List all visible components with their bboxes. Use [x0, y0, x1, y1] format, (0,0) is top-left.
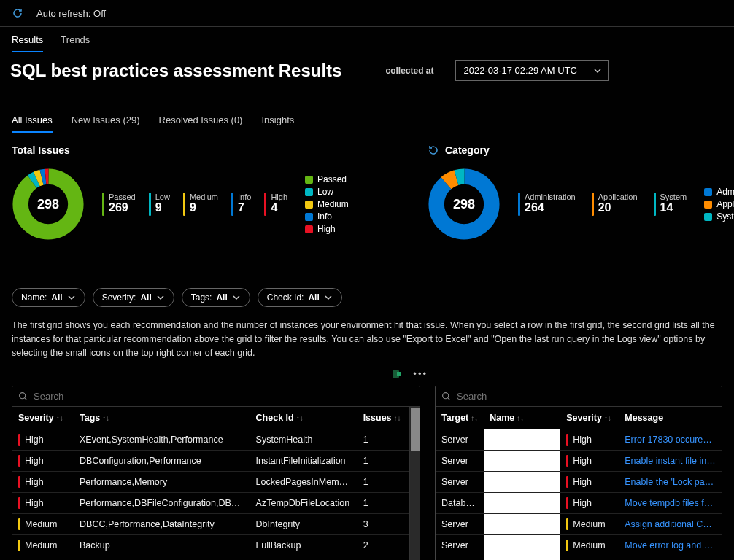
- chevron-down-icon: [156, 293, 165, 302]
- col-issues[interactable]: Issues: [363, 413, 392, 423]
- table-row[interactable]: High DBConfiguration,Performance Instant…: [12, 451, 409, 472]
- search-icon: [18, 392, 28, 401]
- severity-donut-total: 298: [12, 168, 85, 241]
- table-row[interactable]: Medium DBCC,Performance,DataIntegrity Db…: [12, 514, 409, 535]
- table-row[interactable]: Medium Configuration,DBFileConfiguration…: [12, 556, 409, 560]
- subtab-insights[interactable]: Insights: [261, 114, 294, 133]
- tab-trends[interactable]: Trends: [61, 34, 90, 52]
- chevron-down-icon: [324, 293, 333, 302]
- subtab-resolved-issues[interactable]: Resolved Issues (0): [159, 114, 243, 133]
- legend-medium: Medium: [305, 199, 349, 209]
- category-donut-chart: 298: [428, 168, 501, 241]
- table-row[interactable]: Server High Enable the 'Lock pages in: [436, 472, 722, 493]
- table-row[interactable]: Server High Error 17830 occured 1 tim: [436, 429, 722, 451]
- svg-rect-9: [397, 372, 401, 376]
- collected-at-value: 2022-03-17 02:29 AM UTC: [463, 65, 576, 76]
- col-name[interactable]: Name: [490, 413, 514, 423]
- col-checkid[interactable]: Check Id: [256, 413, 294, 423]
- help-text: The first grid shows you each recommenda…: [0, 307, 734, 365]
- legend-applic: Applic: [704, 199, 734, 209]
- recommendations-grid: Severity↑↓ Tags↑↓ Check Id↑↓ Issues↑↓ Hi…: [12, 386, 420, 560]
- metric-info: Info7: [231, 192, 251, 216]
- table-row[interactable]: High Performance,Memory LockedPagesInMem…: [12, 472, 409, 493]
- legend-high: High: [305, 224, 349, 234]
- chevron-down-icon: [593, 66, 602, 75]
- grid2-search-input[interactable]: [457, 391, 716, 402]
- table-row[interactable]: Server Medium Move error log and defa: [436, 535, 722, 556]
- grid1-search-input[interactable]: [34, 391, 414, 402]
- col-severity2[interactable]: Severity: [566, 413, 602, 423]
- filter-severity[interactable]: Severity: All: [93, 288, 174, 307]
- legend-passed: Passed: [305, 174, 349, 184]
- legend-system: System: [704, 211, 734, 222]
- legend-low: Low: [305, 187, 349, 197]
- instances-grid: Target↑↓ Name↑↓ Severity↑↓ Message Serve…: [435, 386, 722, 560]
- total-issues-heading: Total Issues: [12, 144, 413, 156]
- metric-administration: Administration264: [518, 192, 576, 216]
- table-row[interactable]: High Performance,DBFileConfiguration,DBC…: [12, 493, 409, 514]
- subtab-new-issues[interactable]: New Issues (29): [72, 114, 140, 133]
- table-row[interactable]: Server High Enable instant file initiali…: [436, 451, 722, 472]
- table-row[interactable]: Medium Backup FullBackup 2: [12, 535, 409, 556]
- search-icon: [441, 392, 451, 401]
- filter-checkid[interactable]: Check Id: All: [258, 288, 342, 307]
- col-tags[interactable]: Tags: [80, 413, 100, 423]
- legend-info: Info: [305, 211, 349, 222]
- collected-at-label: collected at: [385, 66, 433, 76]
- page-title: SQL best practices assessment Results: [10, 61, 341, 81]
- chevron-down-icon: [232, 293, 241, 302]
- refresh-icon[interactable]: [12, 7, 23, 19]
- chevron-down-icon: [67, 293, 76, 302]
- col-message[interactable]: Message: [625, 413, 663, 423]
- metric-passed: Passed269: [102, 192, 136, 216]
- category-heading: Category: [445, 144, 490, 156]
- undo-icon[interactable]: [428, 144, 439, 156]
- metric-high: High4: [264, 192, 287, 216]
- metric-low: Low9: [149, 192, 170, 216]
- tab-results[interactable]: Results: [12, 34, 43, 52]
- table-row[interactable]: Database High Move tempdb files from: [436, 493, 722, 514]
- col-target[interactable]: Target: [441, 413, 468, 423]
- metric-application: Application20: [592, 192, 638, 216]
- category-donut-total: 298: [428, 168, 501, 241]
- legend-admin: Admin: [704, 187, 734, 197]
- filter-name[interactable]: Name: All: [12, 288, 85, 307]
- metric-system: System14: [654, 192, 687, 216]
- more-icon[interactable]: •••: [413, 368, 428, 380]
- svg-point-10: [20, 393, 26, 399]
- severity-donut-chart: 298: [12, 168, 85, 241]
- col-severity[interactable]: Severity: [18, 413, 54, 423]
- subtab-all-issues[interactable]: All Issues: [12, 114, 53, 133]
- collected-at-dropdown[interactable]: 2022-03-17 02:29 AM UTC: [455, 60, 609, 81]
- grid1-scrollbar[interactable]: [409, 407, 420, 560]
- auto-refresh-toggle[interactable]: Auto refresh: Off: [36, 8, 106, 19]
- filter-tags[interactable]: Tags: All: [182, 288, 250, 307]
- export-excel-icon[interactable]: [391, 368, 403, 380]
- table-row[interactable]: Server Medium Assign additional CPUs t: [436, 514, 722, 535]
- table-row[interactable]: Database Create full backup. Last: [436, 556, 722, 560]
- table-row[interactable]: High XEvent,SystemHealth,Performance Sys…: [12, 429, 409, 451]
- svg-point-11: [443, 393, 449, 399]
- metric-medium: Medium9: [183, 192, 218, 216]
